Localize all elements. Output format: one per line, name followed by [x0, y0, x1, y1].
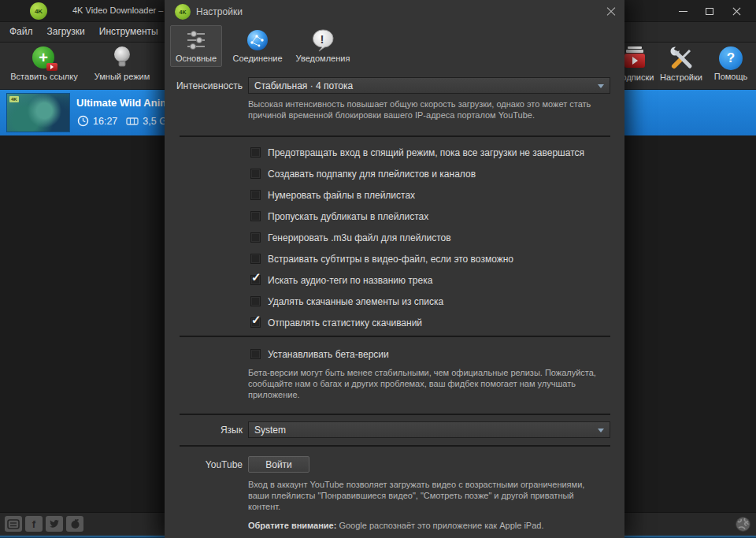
checkbox-label: Предотвращать вход в спящий режим, пока …	[268, 147, 584, 158]
globe-icon	[735, 516, 751, 532]
smart-mode-button[interactable]: Умный режим	[87, 45, 158, 87]
checkbox[interactable]: ✓	[250, 317, 261, 328]
paste-link-button[interactable]: + Вставить ссылку	[5, 45, 83, 87]
video-duration: 16:27	[93, 116, 117, 127]
facebook-social-icon[interactable]: f	[25, 516, 43, 532]
connection-globe-icon	[246, 28, 269, 52]
checkbox-row-subtitles[interactable]: Встраивать субтитры в видео-файл, если э…	[250, 248, 624, 269]
language-label: Язык	[165, 425, 243, 436]
checkbox-label: Искать аудио-теги по названию трека	[268, 275, 432, 286]
dialog-logo-icon: 4K	[175, 4, 191, 20]
checkbox-label: Устанавливать бета-версии	[268, 349, 389, 360]
file-size-icon	[126, 117, 139, 126]
general-checkbox-group: Предотвращать вход в спящий режим, пока …	[250, 142, 624, 333]
checkbox[interactable]: ✓	[250, 275, 261, 285]
smart-mode-label: Умный режим	[94, 72, 150, 81]
menu-downloads[interactable]: Загрузки	[43, 22, 90, 42]
thumbnail-4k-badge: 4K	[9, 96, 19, 102]
facebook-f-icon: f	[32, 518, 35, 530]
youtube-note: Обратите внимание: Google распознаёт это…	[248, 521, 624, 530]
apple-icon	[70, 518, 80, 529]
checkbox-row-prevent-sleep[interactable]: Предотвращать вход в спящий режим, пока …	[250, 142, 624, 163]
checkbox-row-skip-duplicates[interactable]: Пропускать дубликаты в плейлистах	[250, 206, 624, 227]
checkbox[interactable]	[250, 147, 261, 158]
checkbox-label: Встраивать субтитры в видео-файл, если э…	[268, 254, 513, 265]
checkbox-row-remove-downloaded[interactable]: Удалять скачанные элементы из списка	[250, 291, 624, 312]
tab-notifications[interactable]: ! Уведомления	[293, 25, 353, 67]
twitter-social-icon[interactable]	[46, 516, 63, 532]
paste-link-label: Вставить ссылку	[10, 72, 77, 81]
dialog-title: Настройки	[196, 6, 243, 17]
tools-icon	[668, 45, 695, 71]
maximize-button[interactable]	[696, 0, 723, 22]
settings-button[interactable]: Настройки	[656, 45, 706, 87]
help-icon: ?	[719, 46, 743, 70]
bulb-icon	[112, 45, 132, 70]
dropdown-arrow-icon	[598, 429, 604, 432]
menu-file[interactable]: Файл	[5, 22, 38, 42]
close-button[interactable]	[723, 0, 750, 22]
paste-link-icon: +	[32, 46, 56, 70]
minimize-button[interactable]	[669, 0, 696, 22]
checkbox[interactable]	[250, 232, 261, 243]
dropdown-arrow-icon	[598, 84, 604, 88]
help-label: Помощь	[714, 72, 748, 81]
dialog-logo-text: 4K	[180, 9, 187, 15]
intensity-select[interactable]: Стабильная · 4 потока	[248, 77, 610, 94]
checkmark-icon: ✓	[251, 313, 261, 327]
window-controls	[669, 0, 750, 22]
video-title: Ultimate Wild Anima	[76, 97, 175, 109]
screen: 4K 4K Video Downloader – Лицензия Файл З…	[0, 0, 756, 538]
intensity-description: Высокая интенсивность повышает общую ско…	[248, 98, 599, 121]
maximize-icon	[706, 8, 713, 15]
youtube-label: YouTube	[165, 459, 243, 470]
beta-description: Бета-версии могут быть менее стабильными…	[248, 367, 610, 400]
twitter-bird-icon	[49, 519, 60, 529]
checkbox[interactable]	[250, 169, 261, 179]
subscriptions-icon	[623, 46, 647, 71]
checkbox[interactable]	[250, 349, 261, 359]
youtube-row: YouTube Войти	[165, 456, 624, 473]
question-icon: ?	[727, 50, 735, 66]
menu-tools[interactable]: Инструменты	[94, 22, 163, 42]
checkbox[interactable]	[250, 190, 261, 200]
dialog-close-button[interactable]	[606, 7, 616, 17]
checkbox-row-m3u[interactable]: Генерировать .m3u файл для плейлистов	[250, 227, 624, 248]
language-row: Язык System	[165, 421, 624, 438]
language-value: System	[254, 425, 286, 436]
settings-dialog: 4K Настройки Основные	[165, 0, 624, 538]
help-button[interactable]: ? Помощь	[708, 45, 754, 87]
language-globe-button[interactable]	[735, 516, 751, 536]
tab-notifications-label: Уведомления	[296, 54, 350, 63]
checkbox-row-audio-tags[interactable]: ✓ Искать аудио-теги по названию трека	[250, 269, 624, 291]
youtube-signin-button[interactable]: Войти	[248, 456, 309, 473]
youtube-note-bold: Обратите внимание:	[248, 521, 336, 530]
tab-general[interactable]: Основные	[170, 25, 222, 67]
checkbox-label: Нумеровать файлы в плейлистах	[268, 190, 415, 201]
youtube-badge-icon	[46, 63, 57, 71]
checkbox-label: Создавать подпапку для плейлистов и кана…	[268, 169, 476, 180]
checkbox-row-subfolder[interactable]: Создавать подпапку для плейлистов и кана…	[250, 163, 624, 184]
app-logo-text: 4K	[35, 8, 43, 15]
youtube-social-icon[interactable]	[5, 516, 22, 532]
checkbox-row-beta[interactable]: Устанавливать бета-версии	[250, 343, 624, 365]
tab-connection[interactable]: Соединение	[227, 25, 288, 67]
divider	[180, 445, 610, 447]
minimize-icon	[679, 11, 687, 12]
apple-social-icon[interactable]	[66, 516, 83, 532]
dialog-titlebar: 4K Настройки	[165, 0, 624, 24]
checkbox-row-number-files[interactable]: Нумеровать файлы в плейлистах	[250, 184, 624, 206]
checkbox[interactable]	[250, 211, 261, 221]
youtube-description: Вход в аккаунт YouTube позволяет загружа…	[248, 479, 604, 512]
language-select[interactable]: System	[248, 421, 610, 438]
checkbox[interactable]	[250, 296, 261, 306]
intensity-row: Интенсивность Стабильная · 4 потока	[165, 77, 624, 94]
checkbox-row-send-statistics[interactable]: ✓ Отправлять статистику скачиваний	[250, 312, 624, 333]
youtube-note-text: Google распознаёт это приложение как App…	[336, 521, 543, 530]
intensity-label: Интенсивность	[165, 80, 243, 91]
clock-icon	[77, 115, 89, 127]
video-meta: 16:27 3,5 GB	[77, 115, 173, 127]
sliders-icon	[184, 28, 208, 52]
close-icon	[732, 7, 741, 16]
checkbox[interactable]	[250, 254, 261, 264]
